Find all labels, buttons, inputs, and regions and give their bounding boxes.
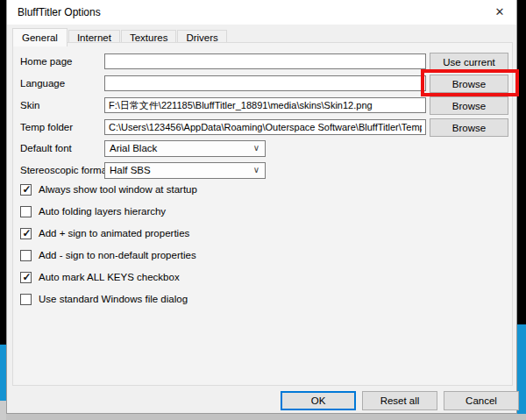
tab-general[interactable]: General bbox=[12, 28, 68, 46]
options-dialog: BluffTitler Options ✕ GeneralInternetTex… bbox=[6, 0, 517, 414]
use-current-button[interactable]: Use current bbox=[430, 53, 508, 71]
home-page-input[interactable] bbox=[104, 53, 426, 69]
checkbox-row-tool-window: ✓ Always show tool window at startup bbox=[13, 183, 512, 197]
skin-browse-button[interactable]: Browse bbox=[430, 96, 508, 115]
stereoscopic-format-row: Stereoscopic format Half SBS ∨ bbox=[13, 162, 512, 181]
language-browse-button[interactable]: Browse bbox=[430, 75, 508, 93]
checkbox-row-minus-sign: Add - sign to non-default properties bbox=[13, 249, 512, 263]
temp-folder-row: Temp folder Browse bbox=[13, 119, 512, 138]
checkbox-label: Auto folding layers hierarchy bbox=[39, 206, 166, 217]
title-bar[interactable]: BluffTitler Options ✕ bbox=[7, 0, 516, 25]
checkbox-label: Add - sign to non-default properties bbox=[39, 250, 196, 260]
skin-row: Skin Browse bbox=[13, 97, 512, 116]
language-label: Language bbox=[20, 78, 65, 89]
checkbox-label: Add + sign to animated properties bbox=[39, 228, 189, 238]
checkbox-plus-sign[interactable]: ✓ bbox=[20, 228, 32, 239]
checkbox-file-dialog[interactable] bbox=[20, 294, 32, 305]
checkbox-minus-sign[interactable] bbox=[20, 250, 32, 261]
home-page-label: Home page bbox=[20, 56, 72, 67]
checkbox-label: Auto mark ALL KEYS checkbox bbox=[39, 272, 180, 282]
chevron-down-icon: ∨ bbox=[253, 143, 259, 153]
checkmark-icon: ✓ bbox=[21, 227, 32, 239]
temp-folder-browse-button[interactable]: Browse bbox=[430, 118, 508, 137]
default-font-label: Default font bbox=[20, 143, 72, 153]
checkbox-label: Use standard Windows file dialog bbox=[39, 294, 188, 304]
tab-strip: GeneralInternetTexturesDrivers bbox=[12, 27, 228, 43]
language-row: Language Browse bbox=[13, 75, 512, 94]
cancel-button[interactable]: Cancel bbox=[444, 391, 519, 410]
background-app-left bbox=[0, 345, 6, 401]
checkbox-row-plus-sign: ✓ Add + sign to animated properties bbox=[13, 227, 512, 241]
screen: BluffTitler Options ✕ GeneralInternetTex… bbox=[0, 0, 526, 420]
background-app-corner bbox=[0, 401, 6, 420]
close-icon[interactable]: ✕ bbox=[487, 2, 513, 23]
temp-folder-label: Temp folder bbox=[20, 122, 73, 132]
checkbox-auto-folding[interactable] bbox=[20, 206, 32, 217]
language-input[interactable] bbox=[104, 75, 426, 91]
checkmark-icon: ✓ bbox=[21, 183, 32, 196]
checkbox-row-all-keys: ✓ Auto mark ALL KEYS checkbox bbox=[13, 271, 512, 285]
background-app-bottom bbox=[0, 414, 526, 420]
default-font-row: Default font Arial Black ∨ bbox=[13, 140, 512, 159]
checkbox-label: Always show tool window at startup bbox=[39, 184, 197, 195]
reset-all-button[interactable]: Reset all bbox=[362, 391, 437, 410]
stereoscopic-format-label: Stereoscopic format bbox=[20, 165, 110, 175]
default-font-select[interactable]: Arial Black ∨ bbox=[104, 140, 266, 157]
skin-input[interactable] bbox=[104, 97, 426, 113]
temp-folder-input[interactable] bbox=[104, 119, 426, 135]
checkbox-row-file-dialog: Use standard Windows file dialog bbox=[13, 293, 512, 307]
chevron-down-icon: ∨ bbox=[253, 165, 259, 174]
general-tab-pane: Home page Use current Language Browse Sk… bbox=[12, 42, 513, 386]
dialog-title: BluffTitler Options bbox=[18, 6, 101, 18]
checkbox-tool-window[interactable]: ✓ bbox=[20, 184, 32, 196]
stereoscopic-format-select[interactable]: Half SBS ∨ bbox=[104, 162, 266, 179]
checkbox-all-keys[interactable]: ✓ bbox=[20, 272, 32, 283]
ok-button[interactable]: OK bbox=[281, 391, 356, 410]
checkmark-icon: ✓ bbox=[21, 271, 32, 283]
checkbox-row-auto-folding: Auto folding layers hierarchy bbox=[13, 205, 512, 219]
skin-label: Skin bbox=[20, 100, 39, 110]
stereoscopic-format-value: Half SBS bbox=[110, 165, 151, 175]
home-page-row: Home page Use current bbox=[13, 53, 512, 72]
default-font-value: Arial Black bbox=[110, 143, 157, 153]
